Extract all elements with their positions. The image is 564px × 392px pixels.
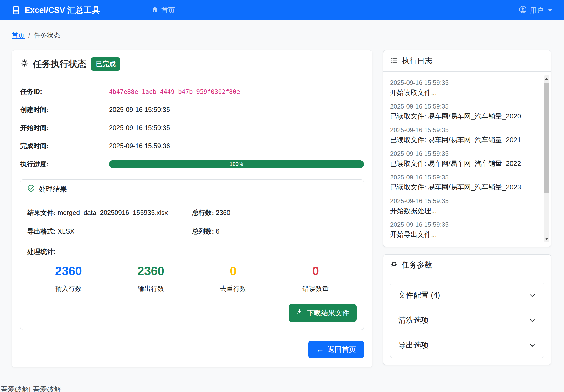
task-card-body: 任务ID: 4b47e88e-1acb-4449-b47b-959f0302f8…: [12, 78, 372, 367]
list-icon: [390, 56, 398, 66]
chevron-down-icon: [529, 317, 536, 324]
navbar-brand[interactable]: Excel/CSV 汇总工具: [12, 5, 100, 16]
log-scrollbar[interactable]: [544, 75, 549, 242]
total-rows-value: 2360: [214, 209, 230, 216]
stat-input-rows-value: 2360: [27, 264, 110, 278]
log-time: 2025-09-16 15:59:35: [390, 197, 534, 205]
log-message: 已读取文件: 易车网/易车网_汽车销量_2022: [390, 159, 534, 168]
log-time: 2025-09-16 15:59:35: [390, 149, 534, 158]
export-format-field: 导出格式: XLSX: [27, 227, 192, 236]
stat-errors-value: 0: [275, 264, 357, 278]
log-title: 执行日志: [402, 56, 432, 66]
created-time-value: 2025-09-16 15:59:35: [109, 106, 170, 114]
arrow-left-icon: ←: [316, 346, 324, 353]
result-card-body: 结果文件: merged_data_20250916_155935.xlsx 总…: [20, 199, 364, 330]
scrollbar-up-arrow[interactable]: [544, 75, 549, 82]
log-message: 已读取文件: 易车网/易车网_汽车销量_2021: [390, 135, 534, 144]
breadcrumb: 首页 / 任务状态: [12, 31, 552, 40]
params-card-header: 任务参数: [383, 255, 551, 276]
stats-title: 处理统计:: [27, 247, 357, 256]
log-time: 2025-09-16 15:59:35: [390, 102, 534, 110]
stat-input-rows-label: 输入行数: [27, 284, 110, 293]
result-file-field: 结果文件: merged_data_20250916_155935.xlsx: [27, 208, 192, 217]
accordion-file-config[interactable]: 文件配置 (4): [390, 283, 544, 308]
result-section-title: 处理结果: [39, 184, 67, 194]
stat-dedup-rows-label: 去重行数: [192, 284, 275, 293]
log-message: 开始数据处理...: [390, 206, 534, 215]
log-message: 开始导出文件...: [390, 230, 534, 239]
download-icon: [296, 308, 303, 317]
breadcrumb-current: 任务状态: [34, 31, 60, 40]
page-title: 任务执行状态: [33, 58, 86, 70]
task-id-value: 4b47e88e-1acb-4449-b47b-959f0302f80e: [109, 88, 240, 95]
scrollbar-down-arrow[interactable]: [544, 236, 549, 242]
total-rows-label: 总行数:: [192, 209, 214, 216]
status-badge: 已完成: [91, 57, 120, 71]
navbar: Excel/CSV 汇总工具 首页 用户: [0, 0, 564, 20]
task-params-card: 任务参数 文件配置 (4) 清洗选项: [383, 254, 551, 365]
progress-label: 执行进度:: [20, 160, 109, 168]
total-cols-value: 6: [214, 228, 219, 235]
breadcrumb-home-link[interactable]: 首页: [12, 31, 25, 40]
stat-input-rows: 2360 输入行数: [27, 264, 110, 293]
finish-time-row: 完成时间: 2025-09-16 15:59:36: [20, 142, 364, 150]
brand-title: Excel/CSV 汇总工具: [25, 5, 100, 16]
export-format-value: XLSX: [56, 228, 74, 235]
stat-dedup-rows: 0 去重行数: [192, 264, 275, 293]
log-entry: 2025-09-16 15:59:35 已读取文件: 易车网/易车网_汽车销量_…: [390, 102, 534, 121]
params-card-body: 文件配置 (4) 清洗选项: [383, 276, 551, 365]
page: Excel/CSV 汇总工具 首页 用户 首页: [0, 0, 564, 392]
breadcrumb-separator: /: [28, 32, 30, 39]
side-column: 执行日志 2025-09-16 15:59:35 开始读取文件... 2025-…: [383, 50, 551, 365]
gear-icon: [390, 260, 398, 270]
accordion-clean-options[interactable]: 清洗选项: [390, 308, 544, 333]
log-entry: 2025-09-16 15:59:35 开始数据处理...: [390, 197, 534, 215]
log-entry: 2025-09-16 15:59:35 已读取文件: 易车网/易车网_汽车销量_…: [390, 126, 534, 144]
task-status-card: 任务执行状态 已完成 任务ID: 4b47e88e-1acb-4449-b47b…: [12, 50, 372, 367]
accordion-export-options[interactable]: 导出选项: [390, 333, 544, 358]
accordion-file-config-label: 文件配置 (4): [398, 290, 440, 301]
download-button-label: 下载结果文件: [307, 308, 349, 318]
log-card-header: 执行日志: [383, 50, 551, 72]
user-label: 用户: [530, 6, 544, 15]
back-home-button[interactable]: ← 返回首页: [308, 341, 364, 358]
log-time: 2025-09-16 15:59:35: [390, 220, 534, 229]
total-cols-field: 总列数: 6: [192, 227, 357, 236]
progress-bar-fill: 100%: [109, 160, 364, 168]
user-dropdown[interactable]: 用户: [519, 6, 552, 15]
progress-bar: 100%: [109, 160, 364, 168]
download-row: 下载结果文件: [27, 304, 357, 322]
chevron-down-icon: [529, 292, 536, 299]
result-file-value: merged_data_20250916_155935.xlsx: [56, 209, 168, 216]
back-button-label: 返回首页: [328, 345, 356, 354]
log-scroll-area[interactable]: 2025-09-16 15:59:35 开始读取文件... 2025-09-16…: [383, 72, 551, 247]
total-cols-label: 总列数:: [192, 228, 214, 235]
chevron-down-icon: [529, 342, 536, 349]
task-card-title-wrap: 任务执行状态: [20, 58, 86, 70]
progress-percent-text: 100%: [230, 161, 243, 167]
stats-row: 2360 输入行数 2360 输出行数 0 去重行数: [27, 264, 357, 293]
stat-output-rows-label: 输出行数: [110, 284, 192, 293]
log-time: 2025-09-16 15:59:35: [390, 126, 534, 134]
finish-time-value: 2025-09-16 15:59:36: [109, 142, 170, 150]
log-entry: 2025-09-16 15:59:35 开始读取文件...: [390, 79, 534, 97]
stat-errors-label: 错误数量: [275, 284, 357, 293]
download-result-button[interactable]: 下载结果文件: [289, 304, 357, 322]
two-column-layout: 任务执行状态 已完成 任务ID: 4b47e88e-1acb-4449-b47b…: [12, 50, 552, 367]
result-card: 处理结果 结果文件: merged_data_20250916_155935.x…: [20, 179, 364, 330]
start-time-value: 2025-09-16 15:59:35: [109, 124, 170, 132]
watermark-text: 吾爱破解| 吾爱破解: [1, 385, 61, 392]
nav-item-home[interactable]: 首页: [151, 6, 175, 15]
result-file-label: 结果文件:: [27, 209, 56, 216]
scrollbar-thumb[interactable]: [544, 83, 549, 193]
total-rows-field: 总行数: 2360: [192, 208, 357, 217]
result-fields: 结果文件: merged_data_20250916_155935.xlsx 总…: [27, 208, 357, 236]
task-id-row: 任务ID: 4b47e88e-1acb-4449-b47b-959f0302f8…: [20, 87, 364, 96]
log-time: 2025-09-16 15:59:35: [390, 79, 534, 87]
start-time-label: 开始时间:: [20, 123, 109, 132]
stat-dedup-rows-value: 0: [192, 264, 275, 278]
nav-home-label: 首页: [161, 6, 175, 15]
created-time-label: 创建时间:: [20, 105, 109, 114]
task-id-label: 任务ID:: [20, 87, 109, 96]
progress-row: 执行进度: 100%: [20, 160, 364, 168]
